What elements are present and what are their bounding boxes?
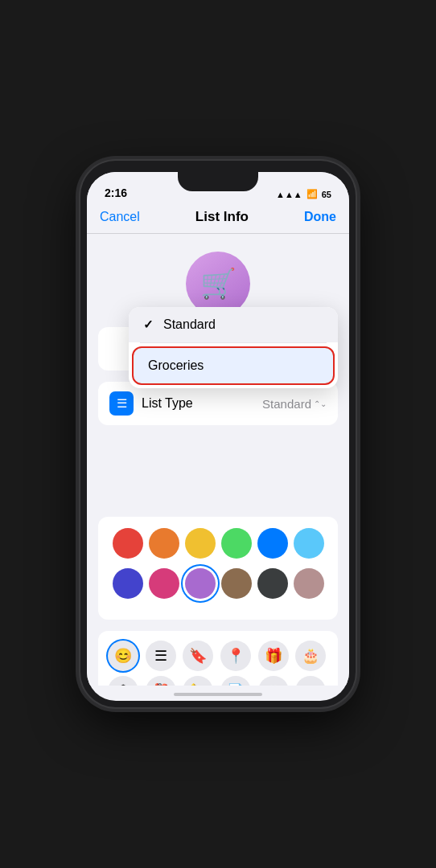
color-brown[interactable] xyxy=(221,568,252,599)
color-pink[interactable] xyxy=(149,568,179,599)
icon-graduation[interactable]: 🎓 xyxy=(108,676,138,686)
list-icon[interactable]: 🛒 xyxy=(186,252,250,316)
icon-book[interactable]: 📖 xyxy=(258,676,289,686)
icon-grid-section: 😊 ☰ 🔖 📍 🎁 🎂 🎓 🎒 📏 📄 📖 🗂 💳 💰 🏋 🏃 xyxy=(98,631,338,686)
color-mauve[interactable] xyxy=(294,568,324,599)
list-type-value[interactable]: Standard ⌃⌄ xyxy=(262,397,327,411)
list-icon-emoji: 🛒 xyxy=(200,267,237,301)
dropdown-overlay: ✓ Standard Groceries xyxy=(129,307,338,388)
nav-title: List Info xyxy=(195,209,249,225)
color-orange[interactable] xyxy=(149,528,179,559)
list-type-label: List Type xyxy=(142,396,193,411)
icon-pin[interactable]: 📍 xyxy=(220,641,251,671)
color-green[interactable] xyxy=(221,528,252,559)
color-lightblue[interactable] xyxy=(294,528,324,559)
color-row-1 xyxy=(109,528,327,559)
home-indicator xyxy=(174,693,262,696)
color-blue[interactable] xyxy=(257,528,288,559)
dropdown-groceries-label: Groceries xyxy=(148,358,204,373)
dropdown-item-standard[interactable]: ✓ Standard xyxy=(129,307,338,342)
chevron-icon: ⌃⌄ xyxy=(314,399,327,408)
color-purple[interactable] xyxy=(185,568,216,599)
list-icon-symbol: ☰ xyxy=(117,396,127,411)
color-dark[interactable] xyxy=(257,568,288,599)
icon-grid: 😊 ☰ 🔖 📍 🎁 🎂 🎓 🎒 📏 📄 📖 🗂 💳 💰 🏋 🏃 xyxy=(108,641,328,686)
content-area: 🛒 Grocery List ☰ List Type Standard ⌃⌄ xyxy=(87,234,349,686)
list-type-row: ☰ List Type Standard ⌃⌄ xyxy=(98,382,338,425)
battery-icon: 65 xyxy=(322,190,331,199)
status-icons: ▲▲▲ 📶 65 xyxy=(276,189,331,199)
list-type-icon: ☰ xyxy=(109,391,134,416)
icon-gift[interactable]: 🎁 xyxy=(258,641,289,671)
checkmark-icon: ✓ xyxy=(143,317,154,332)
color-red[interactable] xyxy=(113,528,143,559)
done-button[interactable]: Done xyxy=(304,210,336,224)
color-row-2 xyxy=(109,568,327,599)
icon-cake[interactable]: 🎂 xyxy=(295,641,326,671)
color-section xyxy=(98,517,338,620)
nav-bar: Cancel List Info Done xyxy=(87,204,349,234)
wifi-icon: 📶 xyxy=(306,189,318,199)
icon-bookmark[interactable]: 🔖 xyxy=(183,641,213,671)
icon-folder[interactable]: 🗂 xyxy=(295,676,326,686)
icon-smiley[interactable]: 😊 xyxy=(108,641,138,671)
dropdown-standard-label: Standard xyxy=(163,317,216,332)
icon-ruler[interactable]: 📏 xyxy=(183,676,213,686)
cancel-button[interactable]: Cancel xyxy=(100,210,140,224)
icon-list[interactable]: ☰ xyxy=(146,641,176,671)
list-type-left: ☰ List Type xyxy=(109,391,193,416)
dropdown-item-groceries[interactable]: Groceries xyxy=(132,346,335,385)
icon-document[interactable]: 📄 xyxy=(220,676,251,686)
color-indigo[interactable] xyxy=(113,568,143,599)
color-yellow[interactable] xyxy=(185,528,216,559)
signal-icon: ▲▲▲ xyxy=(276,190,302,199)
icon-backpack[interactable]: 🎒 xyxy=(146,676,176,686)
status-time: 2:16 xyxy=(105,186,127,199)
